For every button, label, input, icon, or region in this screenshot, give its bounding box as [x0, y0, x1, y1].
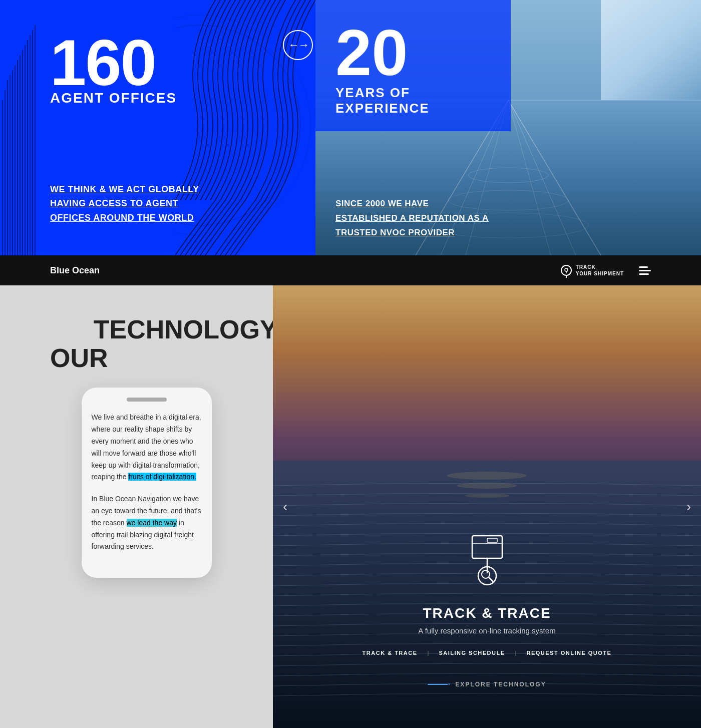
explore-technology-button[interactable]: EXPLORE TECHNOLOGY: [428, 681, 546, 688]
agent-offices-number: 160: [50, 30, 285, 95]
link-separator-2: |: [515, 650, 517, 656]
arrow-icon: ← →: [288, 39, 307, 52]
sailing-schedule-link[interactable]: SAILING SCHEDULE: [439, 650, 505, 656]
highlight-lead: we lead the way: [127, 519, 177, 527]
svg-point-26: [457, 483, 517, 489]
svg-point-25: [447, 472, 527, 480]
years-description[interactable]: SINCE 2000 WE HAVE ESTABLISHED A REPUTAT…: [315, 187, 511, 255]
link-separator-1: |: [428, 650, 429, 656]
left-decoration: [0, 0, 40, 255]
phone-paragraph-2: In Blue Ocean Navigation we have an eye …: [92, 493, 202, 553]
dark-ocean-background: [273, 285, 701, 728]
hero-left-link[interactable]: WE THINK & WE ACT GLOBALLY HAVING ACCESS…: [50, 182, 295, 225]
agent-offices-label: AGENT OFFICES: [50, 90, 285, 106]
phone-mockup: We live and breathe in a digital era, wh…: [82, 388, 212, 578]
heading-row2: OUR: [50, 344, 243, 373]
menu-bar-bot: [639, 273, 649, 275]
quote-link[interactable]: REQUEST ONLINE QUOTE: [526, 650, 611, 656]
heading-row1: TECHNOLOGY: [50, 315, 243, 344]
svg-point-27: [464, 494, 509, 498]
svg-point-33: [482, 570, 490, 578]
track-trace-title: TRACK & TRACE: [423, 605, 551, 621]
technology-heading: TECHNOLOGY OUR: [50, 315, 243, 373]
phone-paragraph-1: We live and breathe in a digital era, wh…: [92, 412, 202, 483]
menu-bar-mid: [639, 270, 651, 271]
phone-notch: [127, 398, 167, 402]
phone-content: We live and breathe in a digital era, wh…: [92, 412, 202, 553]
years-experience-box: 20 YEARS OF EXPERIENCE: [315, 0, 511, 131]
svg-point-18: [468, 168, 548, 183]
tech-nav-links: TRACK & TRACE | SAILING SCHEDULE | REQUE…: [363, 650, 612, 656]
track-shipment-button[interactable]: TRACK YOUR SHIPMENT: [561, 264, 624, 277]
carousel-next-button[interactable]: ›: [686, 499, 691, 515]
navbar: Blue Ocean TRACK YOUR SHIPMENT: [0, 255, 701, 285]
track-trace-link[interactable]: TRACK & TRACE: [363, 650, 418, 656]
svg-line-34: [489, 577, 493, 582]
navbar-brand: Blue Ocean: [50, 265, 100, 276]
svg-point-21: [565, 268, 568, 271]
svg-rect-30: [487, 538, 497, 542]
menu-button[interactable]: [639, 266, 651, 275]
highlight-digitalization: fruits of digi-talization.: [128, 473, 196, 481]
technology-left: TECHNOLOGY OUR We live and breathe in a …: [0, 285, 273, 728]
years-number: 20: [335, 20, 496, 85]
hero-left-panel: 160 AGENT OFFICES: [0, 0, 315, 255]
lower-section: TECHNOLOGY OUR We live and breathe in a …: [0, 285, 701, 728]
arrow-circle-button[interactable]: ← →: [283, 30, 313, 60]
years-description-link[interactable]: SINCE 2000 WE HAVE ESTABLISHED A REPUTAT…: [335, 197, 496, 240]
explore-arrow-icon: [428, 684, 448, 685]
technology-word: TECHNOLOGY: [94, 315, 277, 344]
menu-bar-top: [639, 266, 648, 268]
years-label: YEARS OF EXPERIENCE: [335, 85, 496, 116]
navbar-right: TRACK YOUR SHIPMENT: [561, 264, 651, 277]
light-overlay: [601, 0, 701, 100]
track-trace-icon: [467, 533, 507, 590]
track-text: TRACK YOUR SHIPMENT: [576, 264, 624, 277]
our-word: OUR: [50, 343, 108, 373]
technology-right: ‹ TRACK & TRACE A fully responsive on-li…: [273, 285, 701, 728]
hero-section: 160 AGENT OFFICES: [0, 0, 701, 255]
carousel-prev-button[interactable]: ‹: [283, 499, 287, 515]
location-icon: [561, 265, 572, 276]
hero-left-description[interactable]: WE THINK & WE ACT GLOBALLY HAVING ACCESS…: [50, 182, 295, 225]
track-trace-subtitle: A fully responsive on-line tracking syst…: [418, 626, 555, 635]
explore-label: EXPLORE TECHNOLOGY: [455, 681, 546, 688]
hero-right-panel: 20 YEARS OF EXPERIENCE SINCE 2000 WE HAV…: [315, 0, 701, 255]
